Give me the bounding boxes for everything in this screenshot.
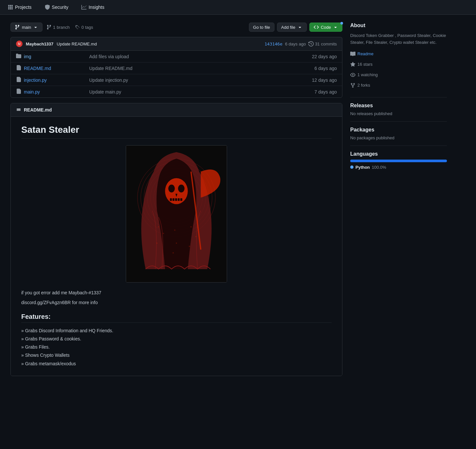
table-row[interactable]: img Add files via upload 22 days ago (11, 51, 342, 62)
forks-count: 2 forks (357, 83, 370, 88)
grid-icon (8, 5, 13, 10)
nav-projects[interactable]: Projects (5, 3, 34, 12)
readme-body: Satan Stealer (11, 117, 342, 376)
add-file-button[interactable]: Add file (277, 23, 307, 32)
grim-reaper-art (126, 146, 227, 282)
python-percent: 100.0% (372, 165, 386, 170)
language-entry-python: Python 100.0% (350, 165, 447, 170)
nav-security-label: Security (52, 5, 69, 10)
file-name[interactable]: README.md (24, 66, 89, 71)
file-name[interactable]: img (24, 54, 89, 59)
shield-icon (45, 5, 50, 10)
main-container: main 1 branch 0 tags (0, 15, 457, 384)
file-svg-2 (16, 77, 21, 82)
commit-count-label: commits (321, 42, 337, 46)
file-icon-2 (16, 77, 21, 83)
svg-point-18 (156, 242, 157, 244)
readme-filename: README.md (24, 107, 52, 112)
branch-name: main (22, 25, 31, 30)
svg-point-17 (163, 233, 164, 234)
packages-section: Packages No packages published (350, 127, 447, 140)
list-icon (16, 107, 21, 112)
chevron-down-icon-3 (333, 25, 338, 30)
file-commit: Add files via upload (89, 54, 312, 59)
packages-title: Packages (350, 127, 447, 133)
goto-file-button[interactable]: Go to file (249, 23, 274, 32)
svg-rect-11 (172, 198, 174, 201)
top-nav: Projects Security Insights (0, 0, 476, 15)
releases-title: Releases (350, 103, 447, 109)
book-icon (350, 51, 355, 57)
commit-count-num: 31 (315, 42, 320, 46)
branch-selector[interactable]: main (10, 23, 42, 32)
file-svg-3 (16, 89, 21, 94)
table-row[interactable]: README.md Update README.md 6 days ago (11, 62, 342, 74)
file-icon-3 (16, 89, 21, 95)
graph-icon (81, 5, 87, 10)
readme-features-list: » Grabs Discord Information and HQ Frien… (21, 327, 332, 368)
svg-point-9 (178, 185, 185, 193)
commit-author[interactable]: Maybach1337 (26, 42, 54, 46)
commit-row: M Maybach1337 Update README.md 143146e 6… (10, 37, 342, 50)
svg-point-20 (195, 236, 197, 237)
tag-icon (75, 25, 80, 30)
about-links: Readme 16 stars 1 watching (350, 50, 447, 89)
svg-point-8 (168, 185, 175, 193)
branch-label: branch (57, 25, 70, 30)
table-row[interactable]: injection.py Update injection.py 12 days… (11, 74, 342, 86)
code-dot (340, 22, 343, 25)
languages-section: Languages Python 100.0% (350, 151, 447, 170)
left-panel: main 1 branch 0 tags (10, 23, 342, 376)
folder-svg (16, 53, 21, 59)
star-icon (350, 62, 355, 67)
readme-feature-1: » Grabs Discord Information and HQ Frien… (21, 327, 332, 335)
chevron-down-icon (33, 25, 38, 30)
about-description: Discord Token Grabber , Password Stealer… (350, 32, 447, 46)
file-table: img Add files via upload 22 days ago REA… (10, 50, 342, 98)
tags-count-item[interactable]: 0 tags (75, 25, 93, 30)
file-svg (16, 65, 21, 70)
readme-feature-3: » Grabs Files. (21, 343, 332, 351)
languages-title: Languages (350, 151, 447, 157)
readme-features-heading: Features: (21, 313, 332, 323)
stars-stat[interactable]: 16 stars (350, 60, 447, 68)
svg-point-21 (189, 246, 190, 247)
nav-projects-label: Projects (15, 5, 32, 10)
svg-rect-10 (170, 198, 172, 201)
watching-stat[interactable]: 1 watching (350, 71, 447, 79)
readme-discord-msg: discord.gg/ZFvAgzn6BR for more info (21, 299, 332, 306)
branch-count-item[interactable]: 1 branch (46, 25, 70, 30)
nav-insights-label: Insights (89, 5, 104, 10)
svg-rect-12 (175, 198, 177, 201)
divider-3 (350, 146, 447, 146)
right-panel: About Discord Token Grabber , Password S… (350, 23, 447, 376)
code-button[interactable]: Code (309, 23, 342, 32)
python-dot (350, 165, 353, 169)
releases-empty: No releases published (350, 111, 447, 116)
svg-point-24 (172, 252, 174, 253)
tags-label: tags (85, 25, 93, 30)
fork-icon (46, 25, 52, 30)
svg-point-16 (158, 226, 159, 228)
svg-point-23 (176, 242, 177, 244)
readme-image (126, 145, 227, 283)
stars-count: 16 stars (357, 62, 372, 67)
nav-security[interactable]: Security (42, 3, 71, 12)
eye-icon (350, 72, 355, 78)
watching-count: 1 watching (357, 72, 378, 77)
table-row[interactable]: main.py Update main.py 7 days ago (11, 86, 342, 97)
file-commit: Update README.md (89, 66, 315, 71)
divider-1 (350, 97, 447, 97)
nav-insights[interactable]: Insights (79, 3, 107, 12)
commit-hash[interactable]: 143146e (265, 42, 283, 46)
commit-count-item[interactable]: 31 commits (308, 41, 337, 46)
commit-message: Update README.md (57, 42, 97, 46)
readme-feature-2: » Grabs Password & cookies. (21, 335, 332, 343)
file-name[interactable]: main.py (24, 89, 89, 95)
commit-time: 6 days ago (285, 42, 306, 46)
file-name[interactable]: injection.py (24, 78, 89, 83)
language-bar (350, 160, 447, 162)
forks-stat[interactable]: 2 forks (350, 81, 447, 89)
about-section: About Discord Token Grabber , Password S… (350, 23, 447, 89)
readme-link[interactable]: Readme (350, 50, 447, 58)
